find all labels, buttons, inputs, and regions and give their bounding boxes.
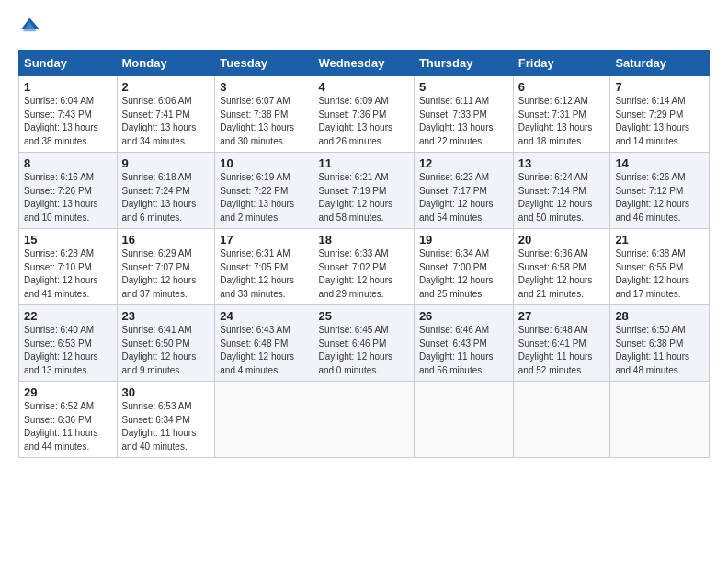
day-info: Sunrise: 6:45 AM Sunset: 6:46 PM Dayligh…	[318, 324, 408, 377]
day-number: 8	[24, 156, 112, 170]
day-number: 7	[615, 80, 704, 94]
day-info: Sunrise: 6:12 AM Sunset: 7:31 PM Dayligh…	[518, 95, 606, 148]
weekday-header-monday: Monday	[117, 51, 215, 76]
day-number: 18	[318, 233, 408, 247]
calendar-cell: 10Sunrise: 6:19 AM Sunset: 7:22 PM Dayli…	[215, 153, 313, 229]
week-row-3: 15Sunrise: 6:28 AM Sunset: 7:10 PM Dayli…	[19, 229, 710, 305]
calendar-cell: 27Sunrise: 6:48 AM Sunset: 6:41 PM Dayli…	[513, 305, 610, 382]
day-info: Sunrise: 6:33 AM Sunset: 7:02 PM Dayligh…	[318, 247, 408, 301]
day-info: Sunrise: 6:28 AM Sunset: 7:10 PM Dayligh…	[24, 247, 112, 301]
page: SundayMondayTuesdayWednesdayThursdayFrid…	[0, 0, 728, 467]
day-number: 29	[24, 385, 112, 399]
weekday-header-saturday: Saturday	[610, 51, 710, 76]
calendar-cell: 14Sunrise: 6:26 AM Sunset: 7:12 PM Dayli…	[610, 153, 710, 229]
day-number: 20	[518, 233, 606, 247]
week-row-2: 8Sunrise: 6:16 AM Sunset: 7:26 PM Daylig…	[19, 153, 710, 229]
day-number: 25	[318, 309, 408, 323]
day-info: Sunrise: 6:04 AM Sunset: 7:43 PM Dayligh…	[24, 95, 112, 148]
calendar-cell: 18Sunrise: 6:33 AM Sunset: 7:02 PM Dayli…	[313, 229, 414, 305]
calendar-cell: 23Sunrise: 6:41 AM Sunset: 6:50 PM Dayli…	[117, 305, 215, 382]
day-number: 5	[419, 80, 508, 94]
calendar-cell	[513, 382, 610, 458]
day-number: 22	[24, 309, 112, 323]
calendar-cell: 6Sunrise: 6:12 AM Sunset: 7:31 PM Daylig…	[513, 76, 610, 153]
day-info: Sunrise: 6:29 AM Sunset: 7:07 PM Dayligh…	[122, 247, 210, 301]
weekday-header-wednesday: Wednesday	[313, 51, 414, 76]
day-info: Sunrise: 6:23 AM Sunset: 7:17 PM Dayligh…	[419, 171, 508, 224]
day-number: 16	[122, 233, 210, 247]
day-info: Sunrise: 6:26 AM Sunset: 7:12 PM Dayligh…	[615, 171, 704, 224]
weekday-header-row: SundayMondayTuesdayWednesdayThursdayFrid…	[19, 51, 710, 76]
day-number: 26	[419, 309, 508, 323]
day-number: 10	[220, 156, 308, 170]
calendar-cell: 5Sunrise: 6:11 AM Sunset: 7:33 PM Daylig…	[414, 76, 513, 153]
calendar-cell: 7Sunrise: 6:14 AM Sunset: 7:29 PM Daylig…	[610, 76, 710, 153]
day-number: 12	[419, 156, 508, 170]
day-number: 24	[220, 309, 308, 323]
day-number: 3	[220, 80, 308, 94]
generalblue-icon	[20, 17, 40, 37]
calendar-cell: 1Sunrise: 6:04 AM Sunset: 7:43 PM Daylig…	[19, 76, 118, 153]
calendar-cell: 21Sunrise: 6:38 AM Sunset: 6:55 PM Dayli…	[610, 229, 710, 305]
day-info: Sunrise: 6:52 AM Sunset: 6:36 PM Dayligh…	[24, 400, 112, 454]
calendar-cell: 17Sunrise: 6:31 AM Sunset: 7:05 PM Dayli…	[215, 229, 313, 305]
calendar-cell: 13Sunrise: 6:24 AM Sunset: 7:14 PM Dayli…	[513, 153, 610, 229]
day-number: 1	[24, 80, 112, 94]
weekday-header-tuesday: Tuesday	[215, 51, 313, 76]
calendar-cell	[215, 382, 313, 458]
weekday-header-thursday: Thursday	[414, 51, 513, 76]
day-info: Sunrise: 6:34 AM Sunset: 7:00 PM Dayligh…	[419, 247, 508, 301]
calendar-cell: 2Sunrise: 6:06 AM Sunset: 7:41 PM Daylig…	[117, 76, 215, 153]
day-number: 28	[615, 309, 704, 323]
week-row-4: 22Sunrise: 6:40 AM Sunset: 6:53 PM Dayli…	[19, 305, 710, 382]
calendar-cell	[414, 382, 513, 458]
calendar-cell: 12Sunrise: 6:23 AM Sunset: 7:17 PM Dayli…	[414, 153, 513, 229]
week-row-1: 1Sunrise: 6:04 AM Sunset: 7:43 PM Daylig…	[19, 76, 710, 153]
day-number: 23	[122, 309, 210, 323]
day-info: Sunrise: 6:31 AM Sunset: 7:05 PM Dayligh…	[220, 247, 308, 301]
day-info: Sunrise: 6:43 AM Sunset: 6:48 PM Dayligh…	[220, 324, 308, 377]
week-row-5: 29Sunrise: 6:52 AM Sunset: 6:36 PM Dayli…	[19, 382, 710, 458]
calendar-cell: 19Sunrise: 6:34 AM Sunset: 7:00 PM Dayli…	[414, 229, 513, 305]
calendar-cell: 11Sunrise: 6:21 AM Sunset: 7:19 PM Dayli…	[313, 153, 414, 229]
day-info: Sunrise: 6:06 AM Sunset: 7:41 PM Dayligh…	[122, 95, 210, 148]
day-number: 2	[122, 80, 210, 94]
calendar-cell: 26Sunrise: 6:46 AM Sunset: 6:43 PM Dayli…	[414, 305, 513, 382]
calendar-cell: 20Sunrise: 6:36 AM Sunset: 6:58 PM Dayli…	[513, 229, 610, 305]
header	[18, 17, 710, 40]
day-info: Sunrise: 6:53 AM Sunset: 6:34 PM Dayligh…	[122, 400, 210, 454]
calendar-cell: 9Sunrise: 6:18 AM Sunset: 7:24 PM Daylig…	[117, 153, 215, 229]
day-number: 9	[122, 156, 210, 170]
calendar-table: SundayMondayTuesdayWednesdayThursdayFrid…	[18, 50, 710, 458]
day-info: Sunrise: 6:09 AM Sunset: 7:36 PM Dayligh…	[318, 95, 408, 148]
day-number: 30	[122, 385, 210, 399]
day-info: Sunrise: 6:41 AM Sunset: 6:50 PM Dayligh…	[122, 324, 210, 377]
logo	[18, 17, 40, 40]
day-number: 14	[615, 156, 704, 170]
calendar-cell: 15Sunrise: 6:28 AM Sunset: 7:10 PM Dayli…	[19, 229, 118, 305]
day-number: 27	[518, 309, 606, 323]
calendar-cell	[313, 382, 414, 458]
calendar-cell: 4Sunrise: 6:09 AM Sunset: 7:36 PM Daylig…	[313, 76, 414, 153]
day-info: Sunrise: 6:38 AM Sunset: 6:55 PM Dayligh…	[615, 247, 704, 301]
day-info: Sunrise: 6:50 AM Sunset: 6:38 PM Dayligh…	[615, 324, 704, 377]
day-info: Sunrise: 6:16 AM Sunset: 7:26 PM Dayligh…	[24, 171, 112, 224]
calendar-cell: 16Sunrise: 6:29 AM Sunset: 7:07 PM Dayli…	[117, 229, 215, 305]
day-number: 11	[318, 156, 408, 170]
day-info: Sunrise: 6:24 AM Sunset: 7:14 PM Dayligh…	[518, 171, 606, 224]
day-info: Sunrise: 6:36 AM Sunset: 6:58 PM Dayligh…	[518, 247, 606, 301]
calendar-cell: 28Sunrise: 6:50 AM Sunset: 6:38 PM Dayli…	[610, 305, 710, 382]
day-number: 19	[419, 233, 508, 247]
day-number: 4	[318, 80, 408, 94]
day-info: Sunrise: 6:21 AM Sunset: 7:19 PM Dayligh…	[318, 171, 408, 224]
weekday-header-sunday: Sunday	[19, 51, 118, 76]
day-number: 13	[518, 156, 606, 170]
day-info: Sunrise: 6:14 AM Sunset: 7:29 PM Dayligh…	[615, 95, 704, 148]
calendar-cell: 8Sunrise: 6:16 AM Sunset: 7:26 PM Daylig…	[19, 153, 118, 229]
day-number: 6	[518, 80, 606, 94]
day-info: Sunrise: 6:19 AM Sunset: 7:22 PM Dayligh…	[220, 171, 308, 224]
calendar-cell: 25Sunrise: 6:45 AM Sunset: 6:46 PM Dayli…	[313, 305, 414, 382]
day-info: Sunrise: 6:46 AM Sunset: 6:43 PM Dayligh…	[419, 324, 508, 377]
day-number: 17	[220, 233, 308, 247]
calendar-cell: 30Sunrise: 6:53 AM Sunset: 6:34 PM Dayli…	[117, 382, 215, 458]
